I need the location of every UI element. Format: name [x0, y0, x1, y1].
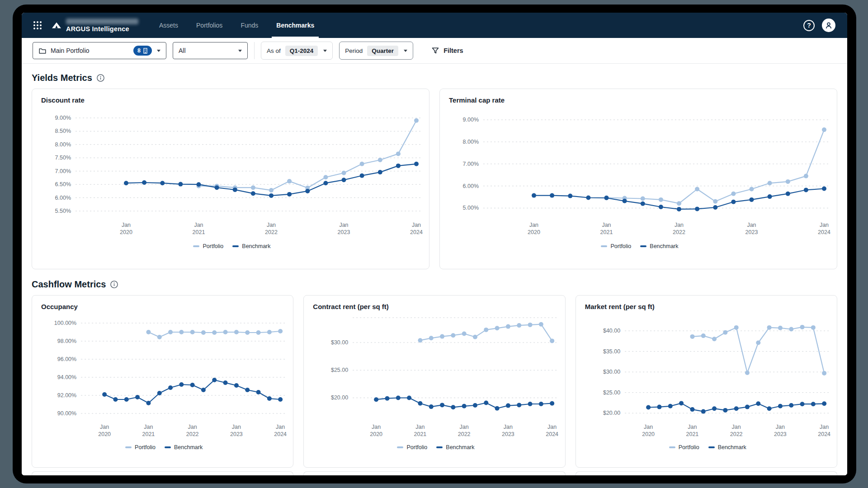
svg-text:2023: 2023: [745, 229, 758, 235]
filters-button[interactable]: Filters: [431, 47, 463, 55]
product-name: ARGUS Intelligence: [66, 26, 138, 33]
as-of-control[interactable]: As of Q1-2024: [261, 42, 333, 60]
legend-item-portfolio: Portfolio: [397, 444, 427, 450]
chart-title: Contract rent (per sq ft): [313, 303, 558, 310]
svg-text:2024: 2024: [818, 431, 830, 437]
section-title: Yields Metrics: [32, 73, 92, 83]
svg-text:7.00%: 7.00%: [463, 161, 479, 167]
svg-text:9.00%: 9.00%: [463, 117, 479, 123]
chart-legend: Portfolio Benchmark: [585, 444, 830, 450]
person-icon: [825, 21, 833, 29]
as-of-label: As of: [267, 47, 281, 54]
nav-tab-funds[interactable]: Funds: [231, 13, 267, 38]
building-icon: [143, 48, 148, 54]
topbar-right-actions: ?: [803, 19, 835, 32]
svg-text:$25.00: $25.00: [331, 367, 348, 373]
svg-text:94.00%: 94.00%: [57, 374, 76, 380]
nav-tab-benchmarks[interactable]: Benchmarks: [267, 13, 323, 38]
svg-text:5.50%: 5.50%: [55, 208, 71, 214]
svg-text:Jan: Jan: [194, 222, 203, 228]
help-icon[interactable]: ?: [803, 20, 815, 31]
svg-text:7.00%: 7.00%: [55, 168, 71, 174]
portfolio-swatch: [125, 446, 132, 448]
redacted-company-name: [66, 19, 138, 24]
svg-text:2023: 2023: [774, 431, 787, 437]
argus-logo-icon: [52, 22, 61, 29]
market-rent-card: Market rent (per sq ft) $40.00$35.00$30.…: [576, 295, 837, 468]
svg-text:Jan: Jan: [372, 424, 381, 430]
benchmark-swatch: [640, 245, 646, 247]
yields-metrics-heading: Yields Metrics: [32, 73, 837, 83]
svg-text:Jan: Jan: [775, 424, 784, 430]
terminal-cap-rate-card: Terminal cap rate 9.00%8.00%7.00%6.00%5.…: [439, 89, 837, 269]
portfolio-count: 8: [137, 47, 141, 54]
nav-tab-assets[interactable]: Assets: [150, 13, 187, 38]
svg-text:2021: 2021: [600, 229, 613, 235]
svg-text:Jan: Jan: [644, 424, 653, 430]
chart-title: Market rent (per sq ft): [585, 303, 830, 310]
svg-text:6.00%: 6.00%: [463, 183, 479, 189]
svg-text:2021: 2021: [686, 431, 698, 437]
svg-text:2021: 2021: [142, 431, 155, 437]
info-icon[interactable]: [96, 74, 105, 82]
svg-text:2022: 2022: [458, 431, 471, 437]
clipped-card: [32, 471, 293, 475]
period-control[interactable]: Period Quarter: [339, 42, 413, 60]
svg-text:2020: 2020: [642, 431, 655, 437]
portfolio-count-badge: 8: [133, 46, 152, 56]
legend-label: Portfolio: [406, 444, 427, 450]
svg-text:2022: 2022: [730, 431, 742, 437]
app-grid-icon[interactable]: [33, 21, 42, 29]
legend-label: Benchmark: [650, 243, 678, 249]
svg-text:Jan: Jan: [675, 222, 684, 228]
chart-title: Terminal cap rate: [449, 96, 830, 104]
discount-rate-card: Discount rate 9.00%8.50%8.00%7.50%7.00%6…: [32, 89, 429, 269]
svg-text:$40.00: $40.00: [603, 328, 620, 334]
legend-label: Benchmark: [174, 444, 203, 450]
svg-text:Jan: Jan: [276, 424, 285, 430]
svg-text:2021: 2021: [414, 431, 427, 437]
page-content: Yields Metrics Discount rate 9.00%8.50%8…: [22, 64, 847, 475]
portfolio-swatch: [193, 245, 199, 247]
desktop-background: ARGUS Intelligence Assets Portfolios Fun…: [0, 0, 868, 488]
svg-text:2024: 2024: [274, 431, 287, 437]
svg-text:Jan: Jan: [122, 222, 131, 228]
svg-text:96.00%: 96.00%: [57, 356, 76, 362]
period-value-chip[interactable]: Quarter: [367, 46, 398, 56]
svg-text:2022: 2022: [265, 229, 278, 235]
svg-text:2023: 2023: [230, 431, 243, 437]
svg-text:2022: 2022: [186, 431, 199, 437]
asset-type-select[interactable]: All: [173, 42, 248, 59]
discount-rate-chart: 9.00%8.50%8.00%7.50%7.00%6.50%6.00%5.50%…: [41, 105, 423, 240]
clipped-card: [576, 471, 837, 475]
section-title: Cashflow Metrics: [32, 279, 106, 290]
svg-text:$25.00: $25.00: [603, 389, 620, 396]
svg-text:90.00%: 90.00%: [57, 410, 76, 417]
svg-text:Jan: Jan: [267, 222, 276, 228]
svg-text:2023: 2023: [338, 229, 350, 235]
svg-text:2020: 2020: [120, 229, 132, 235]
market-rent-chart: $40.00$35.00$30.00$25.00$20.00Jan2020Jan…: [585, 311, 830, 441]
svg-text:2024: 2024: [546, 431, 559, 437]
legend-item-portfolio: Portfolio: [669, 444, 699, 450]
portfolio-select[interactable]: Main Portfolio 8: [33, 42, 166, 59]
svg-text:Jan: Jan: [232, 424, 241, 430]
portfolio-select-value: Main Portfolio: [51, 47, 129, 54]
user-avatar[interactable]: [822, 19, 835, 32]
folder-icon: [38, 47, 47, 55]
svg-text:Jan: Jan: [188, 424, 197, 430]
chevron-down-icon: [157, 50, 160, 52]
terminal-cap-rate-chart: 9.00%8.00%7.00%6.00%5.00%Jan2020Jan2021J…: [449, 105, 830, 240]
as-of-value-chip[interactable]: Q1-2024: [285, 46, 318, 56]
legend-item-portfolio: Portfolio: [193, 243, 223, 249]
nav-tab-portfolios[interactable]: Portfolios: [187, 13, 231, 38]
legend-label: Benchmark: [446, 444, 474, 450]
benchmark-swatch: [232, 245, 239, 247]
legend-label: Portfolio: [203, 243, 223, 249]
clipped-card: [303, 471, 565, 475]
info-icon[interactable]: [110, 280, 118, 289]
legend-item-benchmark: Benchmark: [165, 444, 203, 450]
svg-text:6.50%: 6.50%: [55, 181, 71, 188]
svg-text:Jan: Jan: [412, 222, 421, 228]
svg-text:Jan: Jan: [547, 424, 557, 430]
